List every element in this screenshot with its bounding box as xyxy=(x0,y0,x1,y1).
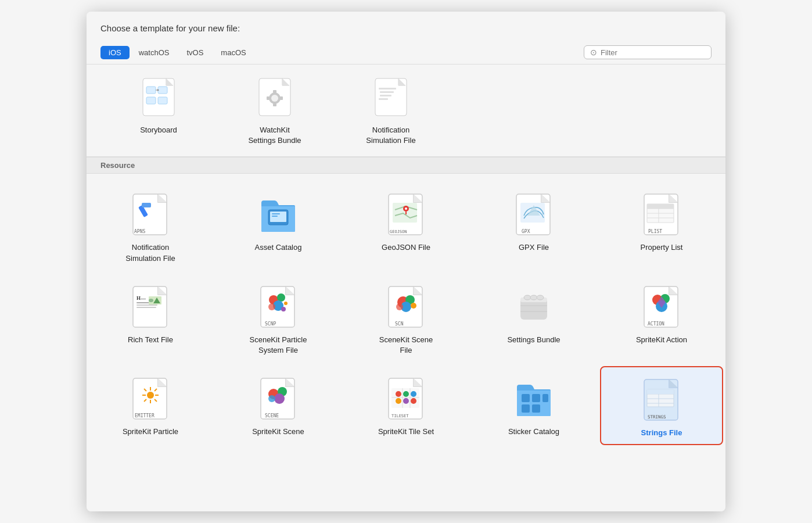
svg-rect-136 xyxy=(647,389,674,394)
svg-rect-20 xyxy=(380,95,391,96)
item-settings-bundle[interactable]: Settings Bundle xyxy=(472,274,595,361)
svg-point-64 xyxy=(277,293,285,302)
rich-text-file-icon: H— xyxy=(130,285,171,329)
svg-rect-13 xyxy=(273,103,276,106)
filter-container: ⊙ xyxy=(584,45,712,59)
geojson-file-label: GeoJSON File xyxy=(382,242,430,253)
item-spritekit-scene[interactable]: SCENE SpriteKit Scene xyxy=(217,366,340,445)
settings-bundle-icon xyxy=(513,285,555,329)
svg-point-80 xyxy=(524,295,531,300)
rich-text-file-label: Rich Text File xyxy=(128,335,173,345)
spritekit-tile-set-label: SpriteKit Tile Set xyxy=(378,427,434,437)
svg-rect-15 xyxy=(280,96,283,100)
svg-rect-126 xyxy=(542,394,548,402)
svg-rect-124 xyxy=(522,394,530,402)
scenekit-particle-system-icon: SCNP xyxy=(257,285,299,329)
resource-items-grid: APNS NotificationSimulation File xyxy=(87,174,725,453)
asset-catalog-label: Asset Catalog xyxy=(255,242,302,253)
svg-point-66 xyxy=(268,303,275,310)
top-items-row: Storyboard xyxy=(87,65,725,157)
scenekit-particle-system-label: SceneKit ParticleSystem File xyxy=(250,335,307,356)
svg-rect-14 xyxy=(267,96,270,100)
svg-point-116 xyxy=(411,391,416,397)
svg-rect-50 xyxy=(647,204,674,209)
gpx-icon: GPX xyxy=(513,192,555,237)
tab-watchos[interactable]: watchOS xyxy=(131,46,178,59)
item-gpx-file[interactable]: GPX GPX File xyxy=(472,182,595,269)
scenekit-scene-icon: SCN xyxy=(385,285,427,329)
item-spritekit-tile-set[interactable]: TILESET SpriteKit Tile Set xyxy=(344,366,468,445)
spritekit-scene-icon: SCENE xyxy=(257,377,299,421)
svg-rect-19 xyxy=(380,91,394,93)
item-notification-sim-top[interactable]: NotificationSimulation File xyxy=(333,75,449,146)
svg-text:SCENE: SCENE xyxy=(265,413,279,418)
svg-rect-125 xyxy=(532,394,540,402)
tab-tvos[interactable]: tvOS xyxy=(178,46,211,59)
svg-rect-127 xyxy=(522,404,530,413)
tab-macos[interactable]: macOS xyxy=(213,46,254,59)
notification-sim-file-label: NotificationSimulation File xyxy=(125,242,175,263)
svg-rect-56 xyxy=(136,305,157,306)
content-area: Storyboard xyxy=(87,65,725,511)
scenekit-scene-label: SceneKit SceneFile xyxy=(379,335,433,356)
svg-text:SCN: SCN xyxy=(395,321,404,327)
geojson-icon: GEOJSON xyxy=(385,192,427,237)
svg-point-81 xyxy=(530,295,537,300)
tab-ios[interactable]: iOS xyxy=(100,46,130,59)
svg-rect-5 xyxy=(158,97,167,104)
spritekit-tile-set-icon: TILESET xyxy=(385,377,427,421)
svg-text:H—: H— xyxy=(136,295,146,301)
spritekit-scene-label: SpriteKit Scene xyxy=(252,427,304,437)
watchkit-settings-bundle-icon xyxy=(254,75,296,119)
svg-point-119 xyxy=(411,398,416,404)
storyboard-icon xyxy=(138,75,179,119)
strings-file-label: Strings File xyxy=(641,428,682,438)
notification-sim-icon: APNS xyxy=(130,192,171,237)
svg-rect-4 xyxy=(146,97,156,104)
svg-point-118 xyxy=(403,398,409,404)
svg-text:ACTION: ACTION xyxy=(648,321,664,327)
svg-point-117 xyxy=(396,398,401,404)
item-watchkit-settings-bundle[interactable]: WatchKitSettings Bundle xyxy=(217,75,333,146)
svg-rect-57 xyxy=(136,307,156,308)
tabs-row: iOS watchOS tvOS macOS ⊙ xyxy=(87,41,725,65)
watchkit-settings-bundle-label: WatchKitSettings Bundle xyxy=(248,125,301,146)
svg-point-108 xyxy=(274,393,285,404)
svg-text:GEOJSON: GEOJSON xyxy=(390,230,407,234)
svg-rect-3 xyxy=(158,87,167,94)
item-asset-catalog[interactable]: Asset Catalog xyxy=(217,182,340,269)
item-geojson-file[interactable]: GEOJSON GeoJSON File xyxy=(344,182,468,269)
item-scenekit-particle-system-file[interactable]: SCNP SceneKit ParticleSystem File xyxy=(217,274,340,361)
filter-input[interactable] xyxy=(601,48,705,57)
item-sticker-catalog[interactable]: Sticker Catalog xyxy=(472,366,595,445)
spritekit-particle-icon: EMITTER xyxy=(130,377,171,421)
spritekit-particle-label: SpriteKit Particle xyxy=(123,427,178,437)
gpx-file-label: GPX File xyxy=(519,242,549,253)
svg-point-109 xyxy=(268,395,275,402)
svg-point-11 xyxy=(271,95,278,102)
item-spritekit-action[interactable]: ACTION SpriteKit Action xyxy=(600,274,723,361)
settings-bundle-label: Settings Bundle xyxy=(507,335,560,345)
sticker-catalog-icon xyxy=(513,377,555,421)
svg-point-59 xyxy=(149,299,153,302)
svg-text:TILESET: TILESET xyxy=(391,414,409,418)
dialog-header: Choose a template for your new file: xyxy=(87,12,725,41)
spritekit-action-icon: ACTION xyxy=(641,285,682,329)
item-spritekit-particle[interactable]: EMITTER SpriteKit Particle xyxy=(89,366,212,445)
filter-icon: ⊙ xyxy=(590,48,597,57)
resource-section-header: Resource xyxy=(87,157,725,174)
item-property-list[interactable]: PLIST Property List xyxy=(600,182,723,269)
spritekit-action-label: SpriteKit Action xyxy=(636,335,687,345)
item-scenekit-scene-file[interactable]: SCN SceneKit SceneFile xyxy=(344,274,468,361)
svg-point-82 xyxy=(537,295,544,300)
item-strings-file[interactable]: STRINGS Strings File xyxy=(600,366,723,445)
item-notification-sim-file[interactable]: APNS NotificationSimulation File xyxy=(89,182,212,269)
svg-rect-33 xyxy=(393,203,417,223)
svg-rect-30 xyxy=(272,216,278,217)
notification-sim-top-icon xyxy=(370,75,412,119)
storyboard-label: Storyboard xyxy=(140,125,177,135)
item-rich-text-file[interactable]: H— Rich Text File xyxy=(89,274,212,361)
svg-rect-128 xyxy=(532,404,540,413)
svg-text:GPX: GPX xyxy=(522,229,530,234)
item-storyboard[interactable]: Storyboard xyxy=(100,75,217,135)
